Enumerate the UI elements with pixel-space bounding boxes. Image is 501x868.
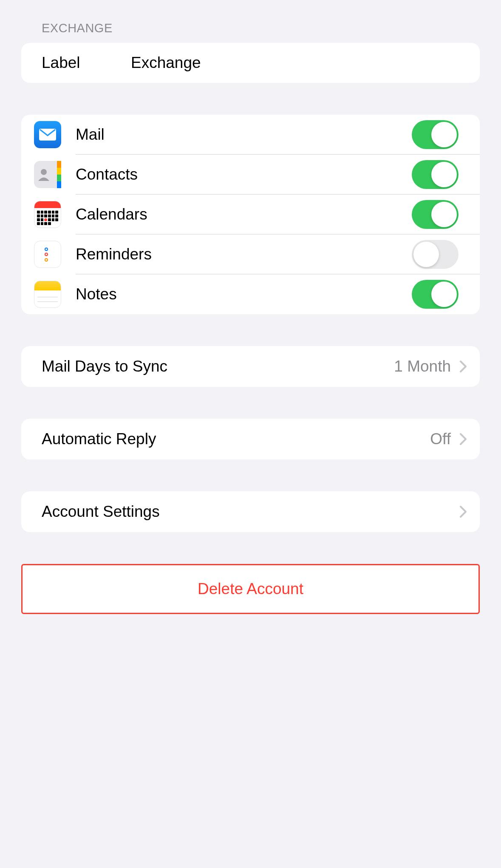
- service-row-calendars: Calendars: [21, 194, 480, 234]
- services-card: Mail Contacts Calendars: [21, 115, 480, 314]
- account-settings-row[interactable]: Account Settings: [21, 491, 480, 532]
- contacts-icon: [34, 161, 61, 188]
- section-header: Exchange: [42, 21, 501, 35]
- notes-toggle[interactable]: [412, 280, 459, 309]
- automatic-reply-card: Automatic Reply Off: [21, 419, 480, 459]
- service-label: Reminders: [76, 245, 412, 263]
- account-settings-label: Account Settings: [42, 503, 459, 521]
- automatic-reply-label: Automatic Reply: [42, 430, 430, 448]
- label-row[interactable]: Label Exchange: [21, 43, 480, 83]
- service-row-reminders: Reminders: [21, 234, 480, 274]
- delete-account-button[interactable]: Delete Account: [23, 565, 478, 613]
- service-row-mail: Mail: [21, 115, 480, 155]
- service-label: Contacts: [76, 166, 412, 183]
- service-row-notes: Notes: [21, 274, 480, 314]
- service-label: Mail: [76, 126, 412, 144]
- contacts-toggle[interactable]: [412, 160, 459, 189]
- account-settings-card: Account Settings: [21, 491, 480, 532]
- calendar-icon: [34, 201, 61, 228]
- mail-days-card: Mail Days to Sync 1 Month: [21, 346, 480, 387]
- label-key: Label: [42, 54, 131, 72]
- delete-account-card: Delete Account: [21, 564, 480, 614]
- mail-days-label: Mail Days to Sync: [42, 358, 394, 375]
- calendars-toggle[interactable]: [412, 200, 459, 229]
- mail-days-value: 1 Month: [394, 358, 451, 375]
- mail-days-to-sync-row[interactable]: Mail Days to Sync 1 Month: [21, 346, 480, 387]
- service-label: Notes: [76, 285, 412, 303]
- mail-toggle[interactable]: [412, 120, 459, 149]
- reminders-icon: [34, 241, 61, 268]
- chevron-right-icon: [459, 505, 467, 518]
- automatic-reply-value: Off: [430, 430, 451, 448]
- service-row-contacts: Contacts: [21, 155, 480, 194]
- automatic-reply-row[interactable]: Automatic Reply Off: [21, 419, 480, 459]
- notes-icon: [34, 281, 61, 308]
- reminders-toggle[interactable]: [412, 240, 459, 269]
- mail-icon: [34, 121, 61, 148]
- chevron-right-icon: [459, 433, 467, 445]
- svg-point-1: [41, 169, 47, 175]
- label-value: Exchange: [131, 54, 201, 72]
- label-card: Label Exchange: [21, 43, 480, 83]
- chevron-right-icon: [459, 360, 467, 373]
- service-label: Calendars: [76, 206, 412, 223]
